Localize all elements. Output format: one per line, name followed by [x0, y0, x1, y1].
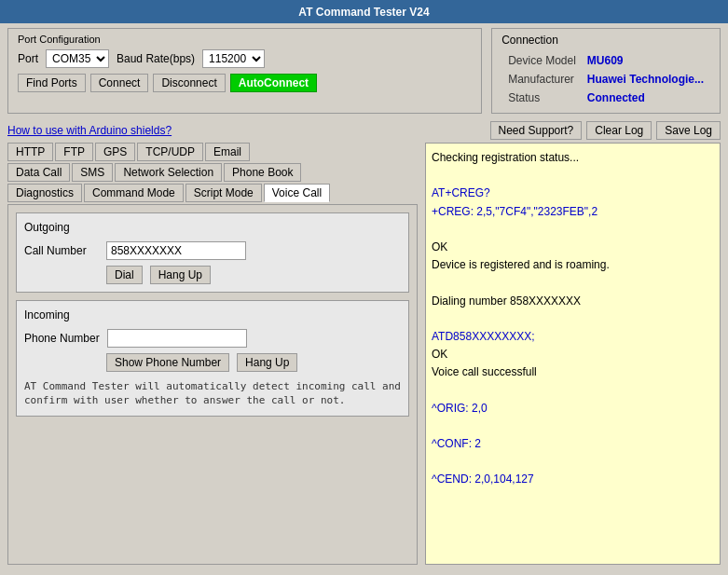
hang-up-outgoing-button[interactable]: Hang Up — [150, 266, 211, 284]
log-line: OK — [432, 239, 714, 256]
autoconnect-button[interactable]: AutoConnect — [230, 74, 317, 92]
status-value: Connected — [583, 89, 708, 106]
disconnect-button[interactable]: Disconnect — [153, 74, 225, 92]
voice-call-content: Outgoing Call Number Dial Hang Up Incomi… — [16, 212, 409, 417]
tab-gps[interactable]: GPS — [95, 143, 135, 161]
tab-data-call[interactable]: Data Call — [7, 163, 70, 182]
log-line — [432, 167, 714, 185]
log-line — [432, 381, 714, 399]
info-right-buttons: Need Support? Clear Log Save Log — [490, 121, 721, 140]
tabs-area: HTTP FTP GPS TCP/UDP Email Data Call SMS… — [7, 143, 418, 204]
port-row: Port COM35 COM1 COM2 Baud Rate(bps) 1152… — [18, 49, 472, 68]
incoming-buttons: Show Phone Number Hang Up — [106, 353, 401, 372]
hang-up-incoming-button[interactable]: Hang Up — [237, 353, 297, 372]
tab-diagnostics[interactable]: Diagnostics — [7, 184, 82, 202]
tab-ftp[interactable]: FTP — [55, 143, 93, 161]
outgoing-title: Outgoing — [24, 221, 401, 234]
device-model-value: MU609 — [583, 52, 708, 69]
left-panel: HTTP FTP GPS TCP/UDP Email Data Call SMS… — [7, 143, 418, 565]
log-line: Voice call successfull — [432, 363, 714, 381]
right-panel: Checking registration status... AT+CREG?… — [425, 143, 721, 565]
port-config-title: Port Configuration — [18, 34, 472, 45]
connection-panel: Connection Device Model MU609 Manufactur… — [491, 28, 721, 114]
top-bar: Port Configuration Port COM35 COM1 COM2 … — [0, 23, 728, 118]
need-support-button[interactable]: Need Support? — [490, 121, 583, 140]
info-bar: How to use with Arduino shields? Need Su… — [0, 118, 728, 143]
incoming-info-text: AT Command Tester will automatically det… — [24, 379, 401, 408]
tab-script-mode[interactable]: Script Mode — [185, 184, 262, 202]
log-area[interactable]: Checking registration status... AT+CREG?… — [425, 143, 721, 565]
log-line: ATD858XXXXXXXX; — [432, 328, 714, 346]
phone-number-input[interactable] — [107, 329, 247, 348]
main-area: Port Configuration Port COM35 COM1 COM2 … — [0, 23, 728, 572]
save-log-button[interactable]: Save Log — [656, 121, 721, 140]
log-line: Device is registered and is roaming. — [432, 256, 714, 274]
status-label: Status — [503, 89, 581, 106]
log-line — [432, 453, 714, 471]
connect-button[interactable]: Connect — [90, 74, 149, 92]
phone-number-row: Phone Number — [24, 329, 401, 348]
tab-sms[interactable]: SMS — [72, 163, 113, 182]
tab-content: Outgoing Call Number Dial Hang Up Incomi… — [7, 204, 418, 565]
log-line: +CREG: 2,5,"7CF4","2323FEB",2 — [432, 203, 714, 221]
tab-row-3: Diagnostics Command Mode Script Mode Voi… — [7, 184, 418, 202]
port-config-panel: Port Configuration Port COM35 COM1 COM2 … — [7, 28, 482, 114]
log-line: OK — [432, 346, 714, 363]
call-number-label: Call Number — [24, 244, 99, 257]
tab-network-selection[interactable]: Network Selection — [115, 163, 222, 182]
dial-button[interactable]: Dial — [106, 266, 143, 284]
tab-http[interactable]: HTTP — [7, 143, 53, 161]
log-line — [432, 221, 714, 239]
outgoing-buttons: Dial Hang Up — [106, 266, 401, 284]
log-line — [432, 418, 714, 435]
show-phone-number-button[interactable]: Show Phone Number — [106, 353, 229, 372]
manufacturer-value: Huawei Technologie... — [583, 71, 708, 88]
outgoing-section: Outgoing Call Number Dial Hang Up — [16, 212, 409, 293]
log-line: Checking registration status... — [432, 149, 714, 167]
connection-panel-title: Connection — [501, 34, 710, 47]
log-line — [432, 274, 714, 292]
tab-email[interactable]: Email — [205, 143, 250, 161]
phone-number-label: Phone Number — [24, 332, 100, 345]
incoming-section: Incoming Phone Number Show Phone Number … — [16, 300, 409, 417]
log-line: ^CONF: 2 — [432, 435, 714, 453]
port-select[interactable]: COM35 COM1 COM2 — [46, 49, 109, 68]
arduino-link[interactable]: How to use with Arduino shields? — [7, 124, 172, 137]
tab-command-mode[interactable]: Command Mode — [84, 184, 184, 202]
clear-log-button[interactable]: Clear Log — [586, 121, 652, 140]
title-bar: AT Command Tester V24 — [0, 0, 728, 23]
incoming-title: Incoming — [24, 308, 401, 322]
log-line: ^CEND: 2,0,104,127 — [432, 471, 714, 488]
app-title: AT Command Tester V24 — [298, 6, 429, 19]
tab-voice-call[interactable]: Voice Call — [264, 184, 330, 202]
device-model-label: Device Model — [503, 52, 581, 69]
content-area: HTTP FTP GPS TCP/UDP Email Data Call SMS… — [0, 143, 728, 572]
tab-row-2: Data Call SMS Network Selection Phone Bo… — [7, 163, 418, 182]
manufacturer-label: Manufacturer — [503, 71, 581, 88]
tab-row-1: HTTP FTP GPS TCP/UDP Email — [7, 143, 418, 161]
find-ports-button[interactable]: Find Ports — [18, 74, 86, 92]
tab-phone-book[interactable]: Phone Book — [224, 163, 301, 182]
call-number-input[interactable] — [106, 241, 246, 260]
port-label: Port — [18, 52, 38, 65]
log-line: ^ORIG: 2,0 — [432, 400, 714, 418]
log-line: AT+CREG? — [432, 185, 714, 202]
call-number-row: Call Number — [24, 241, 401, 260]
port-button-row: Find Ports Connect Disconnect AutoConnec… — [18, 74, 472, 92]
tab-tcpudp[interactable]: TCP/UDP — [137, 143, 203, 161]
baud-label: Baud Rate(bps) — [117, 52, 195, 65]
log-line: Dialing number 858XXXXXXX — [432, 293, 714, 310]
baud-select[interactable]: 115200 9600 19200 57600 — [202, 49, 265, 68]
log-line — [432, 310, 714, 328]
